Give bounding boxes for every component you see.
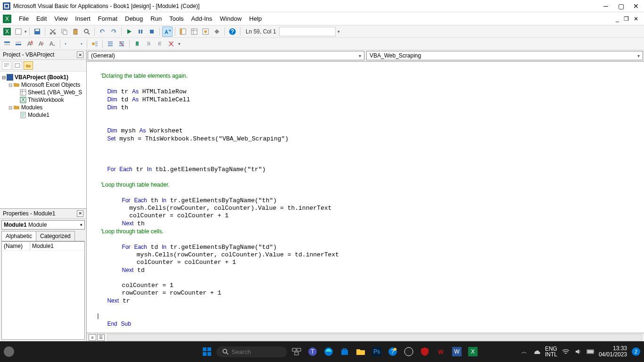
properties-grid[interactable]: (Name) Module1 [1,241,85,340]
insert-module-icon[interactable] [13,26,24,37]
tree-excel-objects[interactable]: ⊟ Microsoft Excel Objects [1,81,85,89]
next-bookmark-icon[interactable] [143,39,154,49]
quick-info-icon[interactable]: A± [25,39,35,49]
language-indicator[interactable]: ENG INTL [545,346,557,357]
full-module-view-icon[interactable]: ☰ [97,334,105,341]
clock[interactable]: 13:33 04/01/2023 [599,346,627,358]
menu-run[interactable]: Run [147,13,165,24]
uncomment-block-icon[interactable] [116,39,127,49]
view-code-icon[interactable] [2,61,11,70]
copy-icon[interactable] [59,26,69,37]
prev-bookmark-icon[interactable] [155,39,165,49]
onedrive-icon[interactable] [533,348,540,355]
save-icon[interactable] [32,26,42,37]
redo-icon[interactable] [108,26,119,37]
webadvisor-icon[interactable]: W [434,345,447,358]
svg-point-33 [92,42,95,45]
list-properties-icon[interactable] [2,39,12,49]
tree-thisworkbook[interactable]: X ThisWorkbook [1,96,85,104]
volume-icon[interactable] [574,348,582,355]
app-icon-1[interactable] [402,345,415,358]
notification-badge[interactable]: 2 [632,347,640,356]
menu-view[interactable]: View [50,13,71,24]
tree-module1[interactable]: Module1 [1,111,85,119]
object-dropdown[interactable]: (General) ▾ [88,51,364,60]
break-icon[interactable] [135,26,146,37]
word-icon[interactable]: W [450,345,463,358]
object-browser-icon[interactable] [200,26,211,37]
maximize-button[interactable]: ▢ [618,3,624,9]
design-mode-icon[interactable] [162,26,173,37]
mdi-close[interactable]: ✕ [633,15,639,23]
find-icon[interactable] [82,26,92,37]
menu-format[interactable]: Format [94,13,121,24]
excel-icon[interactable]: X [466,345,479,358]
chevron-up-icon[interactable]: ︿ [520,348,528,355]
mdi-restore[interactable]: ❐ [623,15,630,23]
indent-icon[interactable] [63,39,73,49]
wifi-icon[interactable] [562,348,570,355]
photoshop-icon[interactable]: Ps [370,345,383,358]
tree-modules[interactable]: ⊟ Modules [1,104,85,111]
task-view-icon[interactable] [290,345,303,358]
menu-window[interactable]: Window [216,13,245,24]
tree-root[interactable]: ⊟ VBAProject (Book1) [1,74,85,81]
menu-file[interactable]: File [15,13,33,24]
menu-tools[interactable]: Tools [165,13,187,24]
minimize-button[interactable]: ─ [603,3,609,9]
code-editor[interactable]: 'Dclaring the table elements again. Dim … [87,62,644,333]
menu-insert[interactable]: Insert [71,13,94,24]
properties-object-dropdown[interactable]: Module1 Module ▾ [1,220,85,230]
search-input[interactable] [231,348,279,355]
tab-alphabetic[interactable]: Alphabetic [1,231,36,241]
breakpoint-icon[interactable] [90,39,100,49]
help-icon[interactable]: ? [227,26,238,37]
tree-sheet1[interactable]: Sheet1 (VBA_Web_S [1,89,85,96]
toggle-bookmark-icon[interactable] [132,39,142,49]
taskbar-search[interactable] [216,346,287,357]
comment-block-icon[interactable] [105,39,116,49]
clear-bookmarks-icon[interactable] [166,39,176,49]
paste-icon[interactable] [70,26,81,37]
properties-window-icon[interactable] [189,26,199,37]
store-icon[interactable] [338,345,351,358]
mcafee-icon[interactable] [418,345,431,358]
separator [240,27,240,36]
menu-help[interactable]: Help [246,13,266,24]
cut-icon[interactable] [48,26,58,37]
view-object-icon[interactable] [13,61,22,70]
teams-icon[interactable]: T [306,345,319,358]
horizontal-scrollbar[interactable] [107,334,642,341]
close-button[interactable]: ✕ [633,3,639,9]
project-tree[interactable]: ⊟ VBAProject (Book1) ⊟ Microsoft Excel O… [0,72,86,209]
run-icon[interactable] [124,26,134,37]
explorer-icon[interactable] [354,345,367,358]
menu-addins[interactable]: Add-Ins [188,13,216,24]
complete-word-icon[interactable]: A‥ [47,39,58,49]
procedure-dropdown[interactable]: VBA_Web_Scraping ▾ [366,51,643,60]
menu-debug[interactable]: Debug [121,13,147,24]
project-explorer-icon[interactable] [178,26,188,37]
procedure-view-icon[interactable]: ≡ [89,334,96,341]
menu-edit[interactable]: Edit [33,13,50,24]
start-button[interactable] [200,345,214,358]
list-constants-icon[interactable] [13,39,24,49]
toolbar-dropdown[interactable] [279,27,336,36]
view-excel-icon[interactable]: X [2,26,12,37]
outdent-icon[interactable] [74,39,84,49]
toolbox-icon[interactable] [212,26,222,37]
battery-icon[interactable] [586,348,594,355]
properties-close[interactable]: ✕ [77,210,83,217]
weather-icon[interactable] [4,346,14,357]
edge-icon[interactable] [322,345,335,358]
property-row[interactable]: (Name) Module1 [2,242,84,251]
property-value[interactable]: Module1 [30,242,84,250]
mdi-minimize[interactable]: _ [615,15,620,23]
toggle-folders-icon[interactable] [24,61,33,70]
tab-categorized[interactable]: Categorized [36,231,75,241]
undo-icon[interactable] [97,26,107,37]
parameter-info-icon[interactable]: A [36,39,46,49]
project-explorer-close[interactable]: ✕ [77,51,83,58]
help-app-icon[interactable]: ? [386,345,399,358]
reset-icon[interactable] [147,26,157,37]
